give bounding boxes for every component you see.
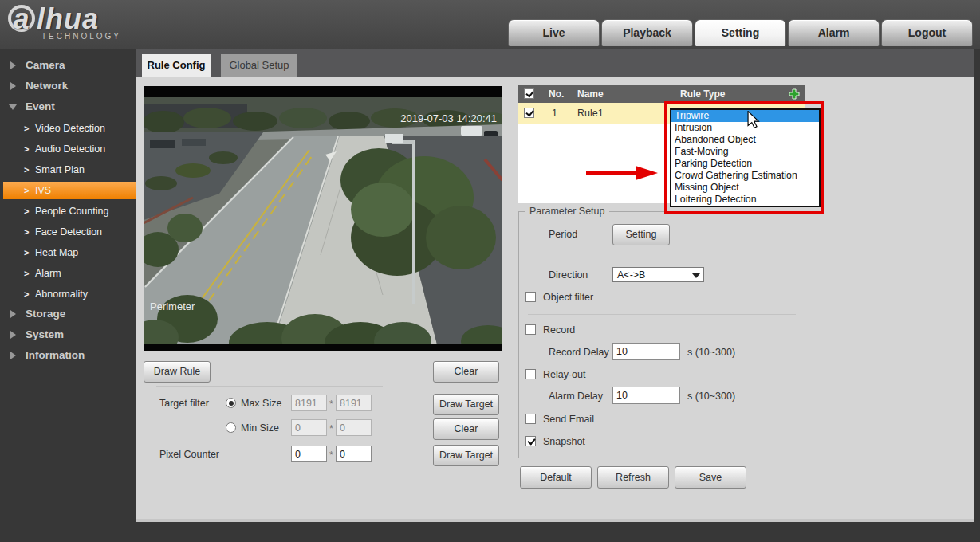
col-no: No. [549,88,564,100]
sidebar-item-label: Alarm [35,265,61,282]
sidebar-item-system[interactable]: System [0,327,136,343]
sidebar-item-people-counting[interactable]: > People Counting [0,202,136,220]
sidebar-item-video-detection[interactable]: > Video Detection [0,120,136,137]
period-label: Period [549,229,577,240]
direction-value: A<->B [617,269,645,281]
draw-target-button[interactable]: Draw Target [433,394,499,415]
dahua-logo: alhua TECHNOLOGY [8,5,121,41]
record-checkbox[interactable] [525,324,536,335]
chevron-right-icon: > [24,140,29,158]
dropdown-option-parking-detection[interactable]: Parking Detection [671,158,819,170]
collapsed-triangle-icon [10,352,16,359]
rule-table-header: No. Name Rule Type [518,85,805,103]
draw-rule-button[interactable]: Draw Rule [144,361,211,383]
min-height-input[interactable] [336,419,372,436]
select-all-checkbox[interactable] [524,88,534,99]
send-email-label: Send Email [543,414,594,425]
target-filter-label: Target filter [159,398,209,409]
col-rule-type: Rule Type [680,88,725,100]
direction-label: Direction [549,269,588,281]
dropdown-option-abandoned-object[interactable]: Abandoned Object [671,134,819,146]
sidebar-item-ivs[interactable]: > IVS [3,182,136,199]
dropdown-option-tripwire[interactable]: Tripwire [671,110,819,122]
period-setting-button[interactable]: Setting [612,224,670,245]
sidebar-item-face-detection[interactable]: > Face Detection [0,223,136,241]
chevron-down-icon [692,273,700,278]
chevron-right-icon: > [24,244,29,261]
snapshot-checkbox[interactable] [525,436,536,446]
sidebar-item-label: Storage [26,306,65,322]
sidebar-item-storage[interactable]: Storage [0,306,136,322]
max-height-input[interactable] [336,395,372,411]
sidebar-item-label: IVS [35,182,51,199]
alarm-delay-unit: s (10~300) [687,391,735,402]
rule-row-no: 1 [552,108,557,119]
send-email-checkbox[interactable] [525,414,536,424]
clear-rule-button[interactable]: Clear [433,361,499,383]
logo-text: lhua [37,2,99,35]
min-size-radio[interactable] [226,422,236,433]
nav-logout-button[interactable]: Logout [881,19,973,46]
nav-setting-button[interactable]: Setting [695,19,786,46]
times-symbol: * [329,399,333,410]
collapsed-triangle-icon [10,61,16,69]
pixel-counter-label: Pixel Counter [159,449,219,460]
sidebar-item-label: Face Detection [35,223,102,241]
dropdown-option-intrusion[interactable]: Intrusion [671,122,819,134]
sidebar-item-smart-plan[interactable]: > Smart Plan [0,161,136,179]
logo-subtext: TECHNOLOGY [41,32,121,41]
draw-target-button-2[interactable]: Draw Target [433,445,499,466]
chevron-right-icon: > [24,161,29,179]
sidebar-item-heat-map[interactable]: > Heat Map [0,244,136,261]
dropdown-option-missing-object[interactable]: Missing Object [671,182,819,194]
tab-global-setup[interactable]: Global Setup [221,54,297,77]
min-width-input[interactable] [291,419,327,436]
direction-select[interactable]: A<->B [612,267,704,282]
alarm-delay-label: Alarm Delay [549,391,603,402]
nav-live-button[interactable]: Live [508,19,600,46]
min-size-label: Min Size [241,422,279,434]
refresh-button[interactable]: Refresh [597,466,669,489]
video-preview[interactable]: 2019-07-03 14:20:41 Perimeter [144,86,502,351]
tab-rule-config[interactable]: Rule Config [142,54,211,77]
chevron-right-icon: > [24,285,29,303]
chevron-right-icon: > [24,265,29,282]
col-name: Name [577,88,604,100]
sidebar-item-event[interactable]: Event [0,99,136,115]
dropdown-option-loitering-detection[interactable]: Loitering Detection [671,194,819,206]
save-button[interactable]: Save [675,466,746,489]
pixel-height-input[interactable] [336,446,372,462]
relay-out-checkbox[interactable] [525,369,536,379]
sidebar-item-network[interactable]: Network [0,78,136,94]
sidebar-item-information[interactable]: Information [0,348,136,363]
rule-type-dropdown: Tripwire Intrusion Abandoned Object Fast… [670,108,821,207]
add-rule-plus-icon[interactable] [789,88,800,100]
alarm-delay-input[interactable] [612,387,680,404]
record-label: Record [543,324,575,336]
pixel-width-input[interactable] [291,446,327,462]
video-timestamp: 2019-07-03 14:20:41 [400,112,497,124]
record-delay-input[interactable] [612,343,680,360]
max-width-input[interactable] [291,395,327,411]
default-button[interactable]: Default [520,466,592,489]
times-symbol: * [329,450,333,461]
sidebar-item-alarm[interactable]: > Alarm [0,265,136,282]
sidebar-item-abnormality[interactable]: > Abnormality [0,285,136,303]
max-size-radio[interactable] [226,398,236,408]
chevron-right-icon: > [24,182,29,199]
sidebar-item-audio-detection[interactable]: > Audio Detection [0,140,136,158]
sidebar-item-label: Video Detection [35,120,105,137]
sidebar-item-camera[interactable]: Camera [0,57,136,73]
sidebar-item-label: People Counting [35,202,108,220]
object-filter-checkbox[interactable] [525,292,536,302]
parameter-setup-title: Parameter Setup [525,206,609,217]
nav-alarm-button[interactable]: Alarm [788,19,880,46]
dropdown-option-fast-moving[interactable]: Fast-Moving [671,146,819,158]
rule-row-checkbox[interactable] [524,108,534,118]
annotation-arrow-icon [586,164,659,182]
clear-target-button[interactable]: Clear [433,418,499,440]
dropdown-option-crowd-gathering[interactable]: Crowd Gathering Estimation [671,170,819,182]
sidebar-item-label: Information [26,348,85,363]
nav-playback-button[interactable]: Playback [601,19,693,46]
dahua-settings-page: alhua TECHNOLOGY Live Playback Setting A… [0,0,980,542]
